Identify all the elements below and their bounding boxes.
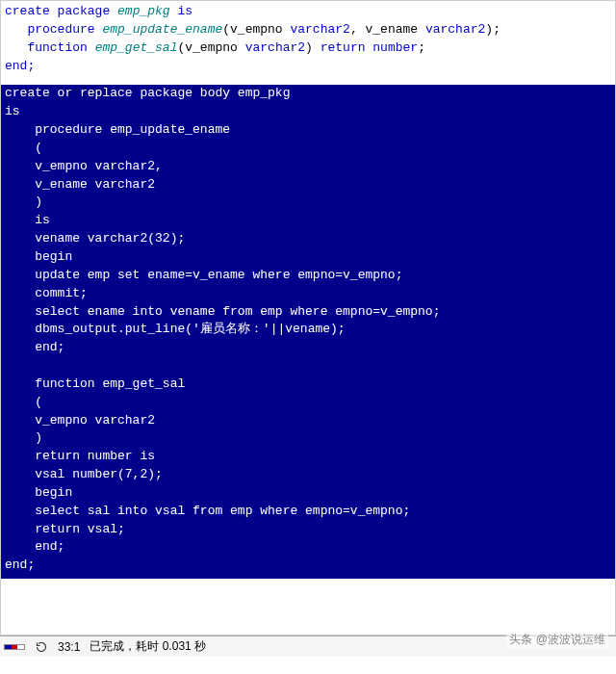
code-line: select ename into vename from emp where …: [1, 303, 615, 322]
code-line: procedure emp_update_ename: [1, 121, 615, 140]
code-line: vename varchar2(32);: [1, 230, 615, 248]
code-line: end;: [1, 557, 615, 575]
code-line: end;: [1, 538, 615, 557]
code-line: create package emp_pkg is: [1, 3, 615, 21]
code-line: [1, 357, 615, 376]
code-line: (: [1, 394, 615, 412]
code-line: is: [1, 212, 615, 230]
refresh-icon[interactable]: [35, 640, 48, 654]
code-line: v_empno varchar2,: [1, 158, 615, 176]
code-line: function emp_get_sal(v_empno varchar2) r…: [1, 39, 615, 58]
code-line: v_ename varchar2: [1, 176, 615, 194]
code-line: create or replace package body emp_pkg: [1, 85, 615, 103]
code-line: update emp set ename=v_ename where empno…: [1, 267, 615, 285]
code-line: return vsal;: [1, 521, 615, 539]
code-line: function emp_get_sal: [1, 376, 615, 394]
code-line: (: [1, 140, 615, 158]
code-line: end;: [1, 339, 615, 357]
code-line: end;: [1, 58, 615, 76]
code-line: v_empno varchar2: [1, 412, 615, 430]
status-message: 已完成，耗时 0.031 秒: [90, 638, 206, 655]
code-line: is: [1, 103, 615, 121]
code-line: commit;: [1, 285, 615, 303]
progress-indicator: [4, 644, 25, 650]
code-line: procedure emp_update_ename(v_empno varch…: [1, 21, 615, 39]
package-spec-block: create package emp_pkg is procedure emp_…: [1, 1, 615, 75]
code-line: vsal number(7,2);: [1, 466, 615, 484]
code-line: return number is: [1, 448, 615, 466]
code-line: begin: [1, 248, 615, 267]
watermark: 头条 @波波说运维: [506, 631, 608, 649]
code-line: select sal into vsal from emp where empn…: [1, 503, 615, 521]
cursor-position: 33:1: [58, 640, 80, 654]
code-line: ): [1, 429, 615, 448]
code-line: ): [1, 194, 615, 212]
package-body-selection: create or replace package body emp_pkgis…: [1, 85, 615, 579]
code-line: dbms_output.put_line('雇员名称：'||vename);: [1, 321, 615, 339]
code-line: begin: [1, 484, 615, 503]
code-editor[interactable]: create package emp_pkg is procedure emp_…: [0, 0, 616, 635]
